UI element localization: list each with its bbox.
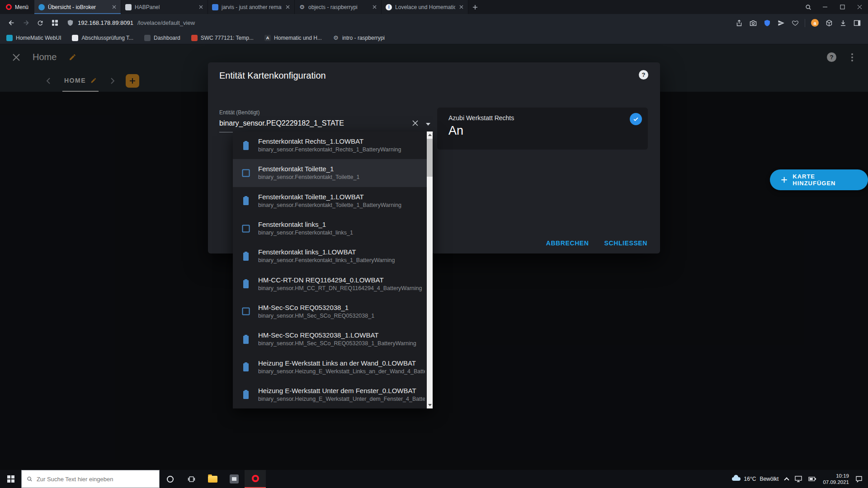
scroll-down-button[interactable] <box>427 402 433 408</box>
entity-id: binary_sensor.Fensterkontakt_Toilette_1 <box>258 174 359 181</box>
entity-id: binary_sensor.HM_CC_RT_DN_REQ1164294_4_B… <box>258 285 422 292</box>
browser-tab[interactable]: objects - raspberrypi <box>295 0 382 14</box>
tab-title: objects - raspberrypi <box>308 4 368 10</box>
battery-icon <box>241 361 251 372</box>
file-explorer-button[interactable] <box>202 470 223 488</box>
network-icon <box>795 475 802 483</box>
close-icon <box>459 5 463 9</box>
opera-taskbar-button[interactable] <box>245 470 266 488</box>
sidebar-toggle-button[interactable] <box>850 16 863 29</box>
bookmark-item[interactable]: intro - raspberrypi <box>333 35 385 41</box>
tray-overflow-button[interactable] <box>784 477 789 482</box>
entity-field-label: Entität (Benötigt) <box>219 109 433 116</box>
cube-icon <box>826 19 833 27</box>
cortana-icon <box>167 476 174 483</box>
window-maximize-button[interactable] <box>834 0 851 14</box>
bookmark-heart-button[interactable] <box>788 16 802 29</box>
amazon-assistant-button[interactable] <box>808 16 821 29</box>
entity-option[interactable]: HM-CC-RT-DN REQ1164294_0.LOWBAT binary_s… <box>233 270 427 297</box>
url-host: 192.168.178.89:8091 <box>78 19 133 26</box>
dropdown-scrollbar[interactable] <box>427 131 433 408</box>
browser-tab[interactable]: Übersicht - ioBroker <box>34 0 121 14</box>
snapshot-button[interactable] <box>746 16 760 29</box>
bookmark-favicon <box>144 35 151 41</box>
back-icon <box>8 19 15 27</box>
entity-name: Heizung E-Werkstatt Unter dem Fenster_0.… <box>258 386 425 395</box>
bookmark-item[interactable]: SWC 777121: Temp... <box>191 35 254 41</box>
taskbar-weather[interactable]: 16°C Bewölkt <box>732 476 779 482</box>
card-preview: Azubi Werkstatt Rechts An <box>437 108 648 150</box>
taskbar: 16°C Bewölkt 10:19 07.09.2021 <box>0 470 868 488</box>
add-card-button[interactable]: KARTE HINZUFÜGEN <box>770 169 868 190</box>
cloud-icon <box>732 477 741 481</box>
taskbar-search-input[interactable] <box>37 476 154 483</box>
entity-option[interactable]: HM-Sec-SCo REQ0532038_1 binary_sensor.HM… <box>233 298 427 325</box>
weather-temp: 16°C <box>744 476 756 482</box>
entity-option[interactable]: HM-Sec-SCo REQ0532038_1.LOWBAT binary_se… <box>233 325 427 353</box>
dropdown-caret-icon[interactable] <box>426 123 430 126</box>
entity-option[interactable]: Heizung E-Werkstatt Unter dem Fenster_0.… <box>233 381 427 408</box>
network-tray-button[interactable] <box>795 475 802 483</box>
tab-close-button[interactable] <box>285 5 290 10</box>
entity-option[interactable]: Fensterkontakt links_1.LOWBAT binary_sen… <box>233 242 427 270</box>
start-button[interactable] <box>0 470 21 488</box>
vpn-shield-button[interactable] <box>760 16 774 29</box>
entity-id: binary_sensor.Fensterkontakt_links_1_Bat… <box>258 257 395 264</box>
bookmark-item[interactable]: Dashboard <box>144 35 180 41</box>
cancel-button[interactable]: ABBRECHEN <box>546 239 589 247</box>
entity-type-icon <box>241 278 251 289</box>
tab-search-button[interactable] <box>800 0 816 14</box>
action-center-button[interactable] <box>855 475 863 483</box>
cortana-button[interactable] <box>160 470 181 488</box>
start-page-button[interactable] <box>48 16 61 30</box>
extension-cube-button[interactable] <box>822 16 835 29</box>
dialog-help-button[interactable]: ? <box>639 70 648 80</box>
tab-close-button[interactable] <box>198 5 203 10</box>
window-contact-icon <box>241 306 251 317</box>
reload-icon <box>37 19 44 27</box>
entity-option[interactable]: Heizung E-Werkstatt Links an der Wand_0.… <box>233 353 427 380</box>
minimize-icon <box>823 5 828 9</box>
reload-button[interactable] <box>33 16 47 30</box>
bookmark-item[interactable]: HomeMatic WebUI <box>6 35 61 41</box>
browser-tab[interactable]: Lovelace und Homematic F <box>382 0 468 14</box>
my-flow-button[interactable] <box>774 16 788 29</box>
close-button[interactable]: SCHLIESSEN <box>604 239 647 247</box>
share-button[interactable] <box>732 16 745 29</box>
bookmark-item[interactable]: Homematic und H... <box>264 35 322 41</box>
entity-name: HM-Sec-SCo REQ0532038_1 <box>258 303 374 312</box>
window-close-button[interactable] <box>851 0 868 14</box>
browser-tab[interactable]: HABPanel <box>121 0 208 14</box>
pinned-app-button[interactable] <box>223 470 245 488</box>
taskbar-search[interactable] <box>21 470 160 488</box>
bookmark-label: intro - raspberrypi <box>342 35 385 41</box>
bookmark-item[interactable]: Abschlussprüfung T... <box>72 35 133 41</box>
scroll-up-button[interactable] <box>427 131 433 138</box>
forward-button[interactable] <box>19 16 33 30</box>
tab-close-button[interactable] <box>111 5 117 10</box>
browser-menu-button[interactable]: Menü <box>0 0 34 14</box>
entity-id: binary_sensor.HM_Sec_SCo_REQ0532038_1_Ba… <box>258 340 416 347</box>
back-button[interactable] <box>5 16 18 30</box>
entity-option[interactable]: Fensterkontakt links_1 binary_sensor.Fen… <box>233 215 427 242</box>
taskbar-clock[interactable]: 10:19 07.09.2021 <box>823 473 849 485</box>
browser-tab[interactable]: jarvis - just another remark <box>208 0 295 14</box>
new-tab-button[interactable] <box>468 0 482 14</box>
entity-option[interactable]: Fensterkontakt Toilette_1 binary_sensor.… <box>233 159 427 187</box>
entity-option[interactable]: Fensterkontakt Rechts_1.LOWBAT binary_se… <box>233 131 427 159</box>
tab-close-button[interactable] <box>372 5 377 10</box>
address-field[interactable]: 192.168.178.89:8091/lovelace/default_vie… <box>67 19 727 26</box>
dialog-title: Entität Kartenkonfiguration <box>219 70 326 81</box>
entity-id: binary_sensor.Heizung_E_Werkstatt_Unter_… <box>258 395 425 403</box>
downloads-button[interactable] <box>836 16 849 29</box>
task-view-button[interactable] <box>181 470 202 488</box>
scroll-thumb[interactable] <box>427 139 433 177</box>
bookmark-label: Homematic und H... <box>274 35 322 41</box>
window-minimize-button[interactable] <box>816 0 834 14</box>
tab-close-button[interactable] <box>458 5 464 10</box>
entity-input[interactable] <box>219 117 433 132</box>
tab-favicon <box>299 4 305 10</box>
clear-entity-button[interactable] <box>412 120 419 127</box>
battery-tray-button[interactable] <box>808 476 816 482</box>
entity-option[interactable]: Fensterkontakt Toilette_1.LOWBAT binary_… <box>233 187 427 215</box>
